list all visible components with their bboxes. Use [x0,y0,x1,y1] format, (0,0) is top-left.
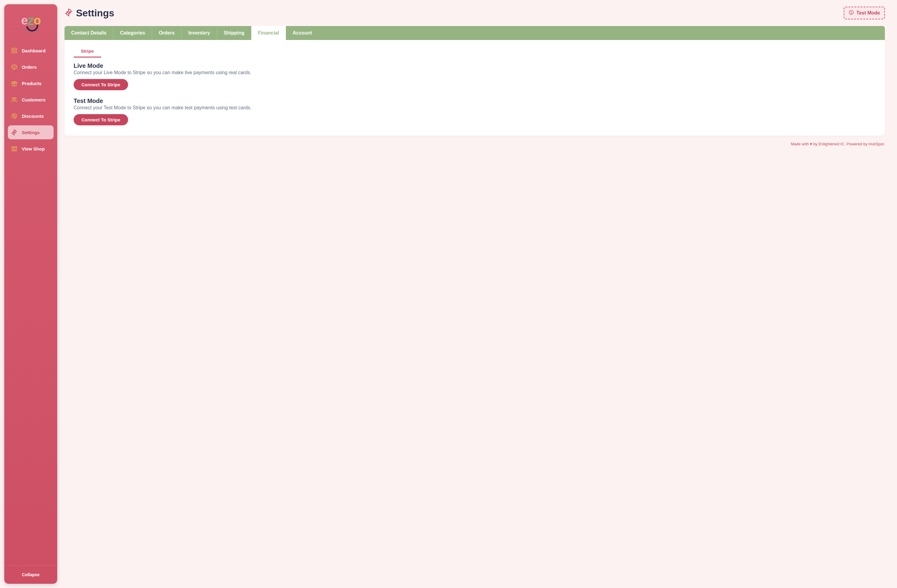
subtab-stripe[interactable]: Stripe [73,45,101,58]
logo-letter-e: e [21,14,27,27]
footer-prefix: Made with [791,142,810,146]
svg-rect-3 [15,51,17,53]
svg-rect-1 [15,48,17,50]
sidebar-item-label: View Shop [22,146,45,152]
test-mode-desc: Connect your Test Mode to Stripe so you … [73,105,876,110]
package-icon [11,64,18,70]
sidebar-item-dashboard[interactable]: Dashboard [8,44,54,58]
tab-contact-details[interactable]: Contact Details [64,26,113,40]
alert-circle-icon [848,10,854,16]
sidebar-item-discounts[interactable]: Discounts [8,109,54,123]
sidebar-item-view-shop[interactable]: View Shop [8,142,54,156]
page-title-wrap: Settings [64,8,114,19]
svg-rect-0 [12,48,14,50]
page-title: Settings [76,8,114,19]
sidebar-item-customers[interactable]: Customers [8,93,54,107]
sidebar: ezo Dashboard Orders Products [4,4,57,584]
tab-inventory[interactable]: Inventory [182,26,217,40]
tab-shipping[interactable]: Shipping [217,26,251,40]
settings-tabs: Contact Details Categories Orders Invent… [64,26,885,40]
tab-orders[interactable]: Orders [152,26,181,40]
shop-icon [11,145,18,152]
collapse-button[interactable]: Collapse [4,565,57,584]
svg-point-7 [15,98,16,100]
svg-point-10 [15,116,15,117]
svg-rect-2 [12,51,14,53]
gear-icon [11,129,18,136]
percent-icon [11,113,18,119]
logo: ezo [4,4,57,44]
test-mode-title: Test Mode [73,98,876,104]
sidebar-item-label: Customers [22,97,46,103]
connect-stripe-test-button[interactable]: Connect To Stripe [73,114,128,126]
gift-icon [11,80,18,87]
sidebar-item-orders[interactable]: Orders [8,60,54,74]
page-header: Settings Test Mode [64,7,885,19]
test-mode-label: Test Mode [856,10,880,16]
svg-point-9 [13,115,14,116]
sidebar-item-label: Discounts [22,113,44,119]
subtabs: Stripe [73,45,876,58]
app-root: ezo Dashboard Orders Products [0,0,897,588]
live-mode-section: Live Mode Connect your Live Mode to Stri… [73,62,876,90]
collapse-label: Collapse [22,572,39,577]
live-mode-desc: Connect your Live Mode to Stripe so you … [73,70,876,75]
sidebar-item-label: Orders [22,64,37,70]
svg-line-11 [13,115,15,117]
tab-categories[interactable]: Categories [113,26,152,40]
sidebar-nav: Dashboard Orders Products Customers [4,44,57,565]
main-content: Settings Test Mode Contact Details Categ… [64,4,893,584]
tab-account[interactable]: Account [286,26,318,40]
heart-icon: ♥ [810,142,812,146]
tab-financial[interactable]: Financial [251,26,286,40]
connect-stripe-live-button[interactable]: Connect To Stripe [73,79,128,90]
sidebar-item-label: Products [22,81,41,86]
footer-credit: Made with ♥ by Enlightened IC. Powered b… [64,142,885,149]
live-mode-title: Live Mode [73,62,876,69]
sidebar-item-label: Settings [22,130,40,135]
sidebar-item-label: Dashboard [22,48,46,53]
sidebar-item-settings[interactable]: Settings [8,126,54,139]
test-mode-badge: Test Mode [844,7,885,19]
settings-panel: Stripe Live Mode Connect your Live Mode … [64,40,885,136]
svg-point-16 [851,13,851,14]
grid-icon [11,47,18,54]
people-icon [11,96,18,103]
footer-mid: by Enlightened IC. Powered by HubSpot. [812,142,885,146]
gear-icon [64,8,73,18]
sidebar-item-products[interactable]: Products [8,76,54,90]
test-mode-section: Test Mode Connect your Test Mode to Stri… [73,98,876,126]
svg-point-6 [12,98,14,100]
